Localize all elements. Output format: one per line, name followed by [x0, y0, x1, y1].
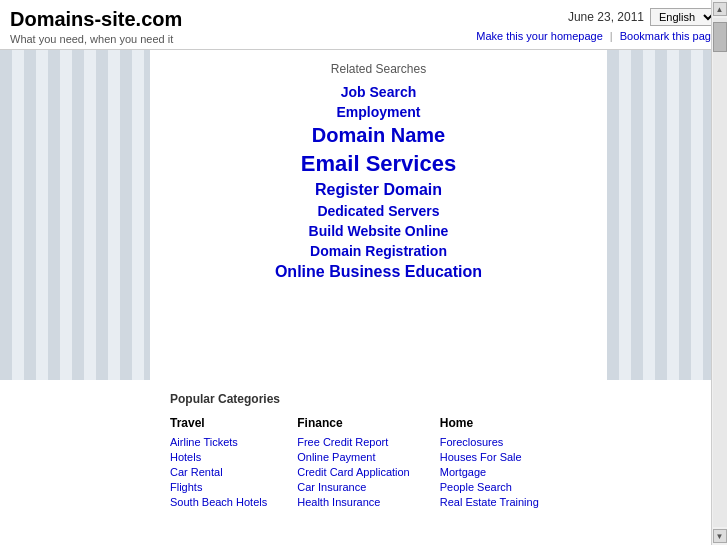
category-heading: Finance [297, 416, 410, 430]
scrollbar[interactable]: ▲ ▼ [711, 0, 727, 531]
search-links-container: Job SearchEmploymentDomain NameEmail Ser… [170, 84, 587, 281]
search-link[interactable]: Build Website Online [170, 223, 587, 239]
right-sidebar-stripes [607, 50, 727, 380]
link-divider: | [610, 30, 616, 42]
scroll-track[interactable] [713, 18, 727, 527]
category-link[interactable]: Real Estate Training [440, 496, 539, 508]
category-link[interactable]: Car Rental [170, 466, 267, 478]
site-tagline: What you need, when you need it [10, 33, 182, 45]
center-content: Related Searches Job SearchEmploymentDom… [150, 50, 607, 380]
main-container: Related Searches Job SearchEmploymentDom… [0, 50, 727, 380]
site-title: Domains-site.com [10, 8, 182, 31]
bookmark-link[interactable]: Bookmark this page [620, 30, 717, 42]
category-link[interactable]: Car Insurance [297, 481, 410, 493]
category-link[interactable]: Flights [170, 481, 267, 493]
header-links: Make this your homepage | Bookmark this … [476, 30, 717, 42]
scroll-down-button[interactable]: ▼ [713, 529, 727, 531]
search-link[interactable]: Job Search [170, 84, 587, 100]
search-link[interactable]: Register Domain [170, 181, 587, 199]
popular-categories: Popular Categories TravelAirline Tickets… [0, 380, 727, 531]
left-sidebar-stripes [0, 50, 150, 380]
category-link[interactable]: Foreclosures [440, 436, 539, 448]
search-link[interactable]: Dedicated Servers [170, 203, 587, 219]
search-link[interactable]: Domain Name [170, 124, 587, 147]
category-link[interactable]: Online Payment [297, 451, 410, 463]
category-heading: Travel [170, 416, 267, 430]
language-select[interactable]: English [650, 8, 717, 26]
search-link[interactable]: Online Business Education [170, 263, 587, 281]
category-link[interactable]: People Search [440, 481, 539, 493]
site-branding: Domains-site.com What you need, when you… [10, 8, 182, 45]
category-link[interactable]: South Beach Hotels [170, 496, 267, 508]
popular-categories-title: Popular Categories [170, 392, 707, 406]
category-link[interactable]: Free Credit Report [297, 436, 410, 448]
category-link[interactable]: Houses For Sale [440, 451, 539, 463]
scroll-up-button[interactable]: ▲ [713, 2, 727, 16]
category-link[interactable]: Hotels [170, 451, 267, 463]
category-column: HomeForeclosuresHouses For SaleMortgageP… [440, 416, 539, 511]
category-link[interactable]: Credit Card Application [297, 466, 410, 478]
header-date: June 23, 2011 English [476, 8, 717, 26]
search-link[interactable]: Email Services [170, 151, 587, 177]
date-text: June 23, 2011 [568, 10, 644, 24]
search-link[interactable]: Domain Registration [170, 243, 587, 259]
related-searches-title: Related Searches [170, 62, 587, 76]
header-right: June 23, 2011 English Make this your hom… [476, 8, 717, 42]
category-link[interactable]: Airline Tickets [170, 436, 267, 448]
category-link[interactable]: Health Insurance [297, 496, 410, 508]
homepage-link[interactable]: Make this your homepage [476, 30, 603, 42]
category-column: TravelAirline TicketsHotelsCar RentalFli… [170, 416, 267, 511]
category-column: FinanceFree Credit ReportOnline PaymentC… [297, 416, 410, 511]
scroll-thumb[interactable] [713, 22, 727, 52]
categories-grid: TravelAirline TicketsHotelsCar RentalFli… [170, 416, 707, 511]
search-link[interactable]: Employment [170, 104, 587, 120]
header: Domains-site.com What you need, when you… [0, 0, 727, 50]
category-heading: Home [440, 416, 539, 430]
category-link[interactable]: Mortgage [440, 466, 539, 478]
